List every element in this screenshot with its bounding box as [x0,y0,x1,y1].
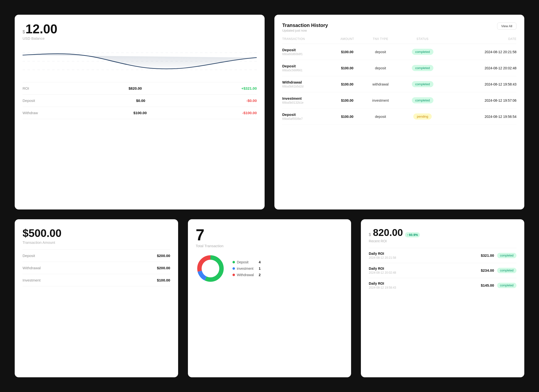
txn-status-badge-0: completed [412,49,433,55]
balance-currency-symbol: $ [23,29,25,35]
stats-change-roi: +$321.00 [241,86,257,90]
txn-type-3: investment [362,92,399,109]
legend-label-withdrawal: Withdrawal [237,273,254,277]
roi-row-0-left: Daily ROI 2024-08-12 20:21:58 [369,252,396,259]
stats-value-roi: $820.00 [129,86,142,90]
total-transaction-card: 7 Total Transaction Deposit 4 inves [188,219,351,378]
stats-label-withdraw: Withdraw [23,111,38,115]
txn-status-badge-1: completed [412,65,433,71]
txn-amount-3: $100.00 [332,92,362,109]
legend-withdrawal: Withdrawal 2 [233,273,261,277]
transaction-amount-table: Deposit $200.00 Withdrawal $200.00 Inves… [23,249,170,286]
roi-row-1-left: Daily ROI 2024-08-12 20:02:48 [369,267,396,274]
txn-name-2: Withdrawal [282,80,332,84]
donut-chart [196,254,225,283]
roi-row-2: Daily ROI 2024-08-12 19:58:43 $145.00 co… [369,278,516,293]
txn-status-2: completed [399,76,446,92]
transaction-subtitle: Updated just now [282,29,328,32]
txn-status-4: pending [399,109,446,125]
legend-count-withdrawal: 2 [256,273,261,277]
ta-label-withdrawal: Withdrawal [23,266,41,270]
txn-type-1: deposit [362,60,399,76]
transaction-header: Transaction History Updated just now Vie… [282,23,516,32]
roi-header: $ 820.00 ↑ 60.9% [369,227,516,238]
balance-stats-table: ROI $820.00 +$321.00 Deposit $0.00 -$0.0… [23,82,257,119]
roi-currency-symbol: $ [369,233,371,237]
transaction-amount-value: $500.00 [23,227,170,239]
roi-row-1-status: completed [497,268,516,273]
total-transaction-label: Total Transaction [196,244,343,248]
total-transaction-count: 7 [196,227,343,243]
bottom-row: $500.00 Transaction Amount Deposit $200.… [10,214,529,382]
stats-row-withdraw: Withdraw $100.00 -$100.00 [23,107,257,119]
txn-amount-0: $100.00 [332,44,362,60]
legend-dot-investment [233,267,235,270]
legend-dot-deposit [233,261,235,263]
txn-date-2: 2024-08-12 19:58:43 [446,76,516,92]
txn-status-badge-3: completed [412,97,433,103]
txn-date-0: 2024-08-12 20:21:58 [446,44,516,60]
ta-row-investment: Investment $100.00 [23,274,170,286]
txn-type-2: withdrawal [362,76,399,92]
txn-id-3: 66ba5b0132b1e [282,101,332,104]
legend-label-investment: investment [237,267,254,270]
txn-date-1: 2024-08-12 20:02:48 [446,60,516,76]
balance-amount: 12.00 [25,23,57,35]
txn-name-4: Deposit [282,112,332,117]
roi-change-arrow: ↑ [407,233,409,237]
roi-row-1-date: 2024-08-12 20:02:48 [369,271,396,274]
stats-change-withdraw: -$100.00 [242,111,257,115]
legend-count-investment: 1 [256,267,261,270]
transaction-title: Transaction History [282,23,328,28]
txn-date-4: 2024-08-12 19:56:54 [446,109,516,125]
roi-row-2-value: $145.00 [481,283,494,287]
roi-row-2-right: $145.00 completed [481,283,516,288]
table-row: Investment 66ba5b0132b1e $100.00 investm… [282,92,516,109]
txn-status-badge-2: completed [412,81,433,87]
txn-status-1: completed [399,60,446,76]
roi-row-0-status: completed [497,253,516,258]
roi-rows: Daily ROI 2024-08-12 20:21:58 $321.00 co… [369,248,516,293]
txn-status-3: completed [399,92,446,109]
stats-value-deposit: $0.00 [136,98,145,103]
roi-row-2-title: Daily ROI [369,282,396,285]
stats-row-roi: ROI $820.00 +$321.00 [23,82,257,95]
txn-amount-4: $100.00 [332,109,362,125]
col-date: DATE [446,37,516,44]
txn-id-2: 66ba5b61b5d2d [282,85,332,88]
table-row: Withdrawal 66ba5b61b5d2d $100.00 withdra… [282,76,516,92]
roi-amount: 820.00 [373,227,403,238]
legend-dot-withdrawal [233,274,235,276]
transaction-amount-label: Transaction Amount [23,240,170,245]
balance-label: USD Balance [23,36,257,40]
ta-value-withdrawal: $200.00 [157,266,170,270]
stats-value-withdraw: $100.00 [134,111,147,115]
legend-label-deposit: Deposit [237,260,248,264]
txn-status-0: completed [399,44,446,60]
roi-row-2-date: 2024-08-12 19:58:43 [369,286,396,289]
roi-change-value: 60.9% [409,233,418,237]
legend-deposit: Deposit 4 [233,260,261,264]
transaction-amount-card: $500.00 Transaction Amount Deposit $200.… [15,219,178,378]
donut-section: Deposit 4 investment 1 Withdrawal 2 [196,254,343,283]
col-status: STATUS [399,37,446,44]
txn-amount-1: $100.00 [332,60,362,76]
roi-row-2-left: Daily ROI 2024-08-12 19:58:43 [369,282,396,289]
ta-value-investment: $100.00 [157,278,170,282]
stats-label-roi: ROI [23,86,29,90]
balance-chart [23,45,257,77]
roi-change-badge: ↑ 60.9% [405,232,420,237]
txn-name-0: Deposit [282,48,332,52]
ta-row-withdrawal: Withdrawal $200.00 [23,262,170,274]
roi-row-1-value: $234.00 [481,268,494,272]
txn-id-4: 66ba5af5506e7 [282,117,332,121]
txn-type-0: deposit [362,44,399,60]
roi-row-0-date: 2024-08-12 20:21:58 [369,256,396,259]
view-all-button[interactable]: View All [497,23,516,30]
legend-investment: investment 1 [233,267,261,270]
donut-legend: Deposit 4 investment 1 Withdrawal 2 [233,260,261,277]
transaction-title-group: Transaction History Updated just now [282,23,328,32]
legend-count-deposit: 4 [256,260,261,264]
txn-status-badge-4: pending [413,113,431,120]
stats-change-deposit: -$0.00 [246,98,257,103]
